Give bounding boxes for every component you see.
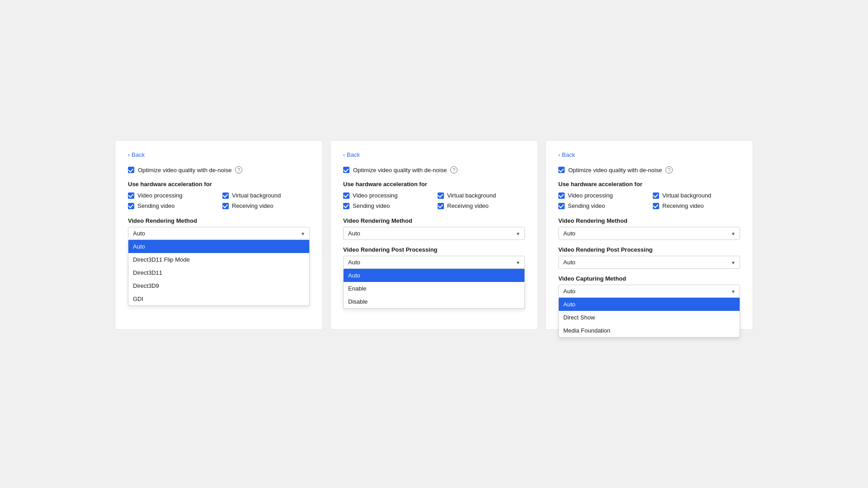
rendering-method-label-middle: Video Rendering Method bbox=[343, 217, 525, 224]
checkbox-label-video-processing-middle: Video processing bbox=[353, 192, 398, 199]
checkbox-item-1: Virtual background bbox=[222, 192, 310, 199]
capturing-option-mediafoundation-right[interactable]: Media Foundation bbox=[559, 324, 740, 337]
hw-checkboxes-middle: Video processing Virtual background Send… bbox=[343, 192, 525, 209]
optimize-info-icon-middle[interactable]: ? bbox=[450, 166, 458, 174]
checkbox-item-m0: Video processing bbox=[343, 192, 430, 199]
rendering-method-select-left[interactable]: Auto ▼ Auto Direct3D11 Flip Mode Direct3… bbox=[128, 227, 310, 240]
rendering-method-value-left[interactable]: Auto bbox=[128, 227, 310, 240]
checkbox-sending-right[interactable] bbox=[558, 203, 565, 209]
rendering-method-select-middle[interactable]: Auto ▼ bbox=[343, 227, 525, 240]
checkbox-sending-left[interactable] bbox=[128, 203, 134, 209]
checkbox-virtual-bg-right[interactable] bbox=[653, 192, 659, 199]
capturing-dropdown-right: Auto Direct Show Media Foundation bbox=[558, 298, 740, 338]
checkbox-item-r0: Video processing bbox=[558, 192, 646, 199]
checkbox-receiving-right[interactable] bbox=[653, 203, 659, 209]
checkbox-receiving-middle[interactable] bbox=[438, 203, 444, 209]
checkbox-receiving-left[interactable] bbox=[222, 203, 229, 209]
back-chevron-right: ‹ bbox=[558, 152, 560, 158]
checkbox-sending-middle[interactable] bbox=[343, 203, 349, 209]
post-processing-dropdown-middle: Auto Enable Disable bbox=[343, 269, 525, 309]
back-chevron-left: ‹ bbox=[128, 152, 130, 158]
checkbox-label-virtual-bg-right: Virtual background bbox=[662, 192, 711, 199]
post-processing-value-right[interactable]: Auto bbox=[558, 256, 740, 269]
pp-option-disable-middle[interactable]: Disable bbox=[344, 295, 524, 308]
optimize-label-right: Optimize video quality with de-noise bbox=[568, 167, 662, 174]
rendering-method-value-right[interactable]: Auto bbox=[558, 227, 740, 240]
checkbox-item-m3: Receiving video bbox=[438, 202, 525, 209]
checkbox-item-r3: Receiving video bbox=[653, 202, 740, 209]
optimize-row-left: Optimize video quality with de-noise ? bbox=[128, 166, 310, 174]
optimize-info-icon-right[interactable]: ? bbox=[665, 166, 673, 174]
optimize-label-left: Optimize video quality with de-noise bbox=[138, 167, 231, 174]
pp-option-auto-middle[interactable]: Auto bbox=[344, 269, 524, 282]
optimize-checkbox-left[interactable] bbox=[128, 167, 134, 173]
back-link-left[interactable]: ‹ Back bbox=[128, 151, 310, 158]
back-label-middle: Back bbox=[347, 151, 360, 158]
back-label-right: Back bbox=[562, 151, 575, 158]
rendering-method-label-left: Video Rendering Method bbox=[128, 217, 310, 224]
post-processing-select-middle[interactable]: Auto ▼ Auto Enable Disable bbox=[343, 256, 525, 269]
checkbox-label-sending-left: Sending video bbox=[137, 202, 175, 209]
checkbox-item-m2: Sending video bbox=[343, 202, 430, 209]
checkbox-item-3: Receiving video bbox=[222, 202, 310, 209]
capturing-option-auto-right[interactable]: Auto bbox=[559, 298, 740, 311]
rendering-option-gdi-left[interactable]: GDI bbox=[128, 292, 309, 305]
checkbox-video-processing-left[interactable] bbox=[128, 192, 134, 199]
checkbox-item-0: Video processing bbox=[128, 192, 215, 199]
post-processing-label-right: Video Rendering Post Processing bbox=[558, 246, 740, 253]
checkbox-label-receiving-middle: Receiving video bbox=[447, 202, 489, 209]
checkbox-video-processing-middle[interactable] bbox=[343, 192, 349, 199]
capturing-method-value-right[interactable]: Auto bbox=[558, 285, 740, 298]
hw-accel-heading-middle: Use hardware acceleration for bbox=[343, 181, 525, 188]
rendering-method-value-middle[interactable]: Auto bbox=[343, 227, 525, 240]
rendering-option-d3d11-left[interactable]: Direct3D11 bbox=[128, 266, 309, 279]
capturing-option-directshow-right[interactable]: Direct Show bbox=[559, 311, 740, 324]
pp-option-enable-middle[interactable]: Enable bbox=[344, 282, 524, 295]
checkbox-label-receiving-left: Receiving video bbox=[232, 202, 274, 209]
checkbox-item-2: Sending video bbox=[128, 202, 215, 209]
rendering-option-d3d11flip-left[interactable]: Direct3D11 Flip Mode bbox=[128, 253, 309, 266]
checkbox-label-sending-middle: Sending video bbox=[353, 202, 390, 209]
checkbox-item-r1: Virtual background bbox=[653, 192, 740, 199]
checkbox-video-processing-right[interactable] bbox=[558, 192, 565, 199]
checkbox-item-m1: Virtual background bbox=[438, 192, 525, 199]
capturing-method-label-right: Video Capturing Method bbox=[558, 275, 740, 282]
back-link-right[interactable]: ‹ Back bbox=[558, 151, 740, 158]
optimize-label-middle: Optimize video quality with de-noise bbox=[353, 167, 447, 174]
rendering-option-d3d9-left[interactable]: Direct3D9 bbox=[128, 279, 309, 292]
capturing-method-select-right[interactable]: Auto ▼ Auto Direct Show Media Foundation bbox=[558, 285, 740, 298]
optimize-info-icon-left[interactable]: ? bbox=[235, 166, 242, 174]
post-processing-value-middle[interactable]: Auto bbox=[343, 256, 525, 269]
checkbox-virtual-bg-middle[interactable] bbox=[438, 192, 444, 199]
panel-middle: ‹ Back Optimize video quality with de-no… bbox=[330, 140, 538, 330]
hw-accel-heading-left: Use hardware acceleration for bbox=[128, 181, 310, 188]
post-processing-label-middle: Video Rendering Post Processing bbox=[343, 246, 525, 253]
checkbox-virtual-bg-left[interactable] bbox=[222, 192, 229, 199]
back-link-middle[interactable]: ‹ Back bbox=[343, 151, 525, 158]
hw-accel-heading-right: Use hardware acceleration for bbox=[558, 181, 740, 188]
back-chevron-middle: ‹ bbox=[343, 152, 345, 158]
optimize-checkbox-right[interactable] bbox=[558, 167, 565, 173]
hw-checkboxes-left: Video processing Virtual background Send… bbox=[128, 192, 310, 209]
checkbox-label-virtual-bg-middle: Virtual background bbox=[447, 192, 496, 199]
rendering-method-select-right[interactable]: Auto ▼ bbox=[558, 227, 740, 240]
rendering-option-auto-left[interactable]: Auto bbox=[128, 240, 309, 253]
post-processing-select-right[interactable]: Auto ▼ bbox=[558, 256, 740, 269]
panel-right: ‹ Back Optimize video quality with de-no… bbox=[545, 140, 753, 330]
checkbox-label-receiving-right: Receiving video bbox=[662, 202, 704, 209]
optimize-row-right: Optimize video quality with de-noise ? bbox=[558, 166, 740, 174]
panel-left: ‹ Back Optimize video quality with de-no… bbox=[115, 140, 323, 330]
checkbox-item-r2: Sending video bbox=[558, 202, 646, 209]
checkbox-label-video-processing-right: Video processing bbox=[568, 192, 613, 199]
checkbox-label-sending-right: Sending video bbox=[568, 202, 605, 209]
rendering-method-label-right: Video Rendering Method bbox=[558, 217, 740, 224]
checkbox-label-video-processing-left: Video processing bbox=[137, 192, 183, 199]
rendering-dropdown-left: Auto Direct3D11 Flip Mode Direct3D11 Dir… bbox=[128, 240, 310, 306]
back-label-left: Back bbox=[132, 151, 145, 158]
checkbox-label-virtual-bg-left: Virtual background bbox=[232, 192, 281, 199]
optimize-row-middle: Optimize video quality with de-noise ? bbox=[343, 166, 525, 174]
panels-container: ‹ Back Optimize video quality with de-no… bbox=[111, 140, 757, 330]
optimize-checkbox-middle[interactable] bbox=[343, 167, 349, 173]
hw-checkboxes-right: Video processing Virtual background Send… bbox=[558, 192, 740, 209]
